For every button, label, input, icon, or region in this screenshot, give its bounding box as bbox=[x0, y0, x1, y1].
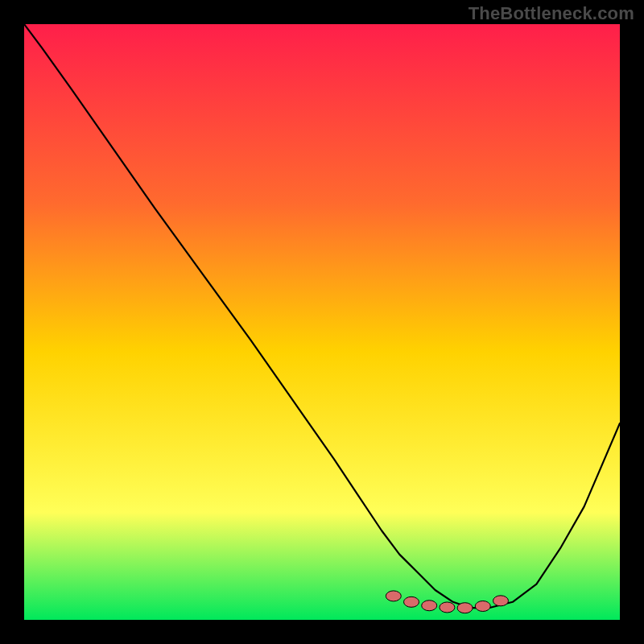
basin-marker bbox=[475, 601, 490, 611]
basin-marker bbox=[422, 601, 437, 611]
plot-svg bbox=[24, 24, 620, 620]
basin-marker bbox=[404, 597, 419, 607]
basin-marker bbox=[493, 596, 509, 606]
basin-marker bbox=[440, 602, 455, 613]
plot-area bbox=[24, 24, 620, 620]
basin-marker bbox=[386, 591, 401, 601]
gradient-background bbox=[24, 24, 620, 620]
basin-marker bbox=[457, 603, 473, 613]
chart-frame: TheBottleneck.com bbox=[0, 0, 644, 644]
watermark-text: TheBottleneck.com bbox=[469, 3, 634, 24]
